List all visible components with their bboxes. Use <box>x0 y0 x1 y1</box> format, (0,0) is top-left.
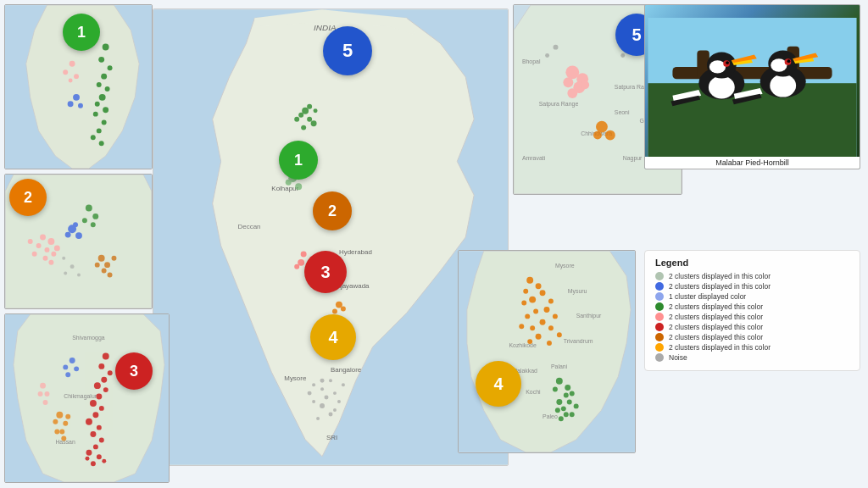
svg-point-55 <box>97 128 102 133</box>
svg-point-48 <box>97 82 102 87</box>
svg-point-188 <box>564 393 569 398</box>
svg-point-96 <box>73 222 78 227</box>
svg-point-109 <box>95 263 100 268</box>
svg-point-63 <box>68 101 74 107</box>
svg-point-64 <box>78 103 83 108</box>
svg-point-13 <box>333 408 337 412</box>
svg-point-185 <box>556 378 563 385</box>
legend-text-3: 2 clusters displayed this color <box>669 302 763 311</box>
svg-point-106 <box>48 260 53 265</box>
legend-item-4: 2 clusters displayed this color <box>655 313 849 321</box>
svg-point-37 <box>332 309 337 314</box>
svg-point-32 <box>298 259 304 266</box>
legend-color-0 <box>655 272 664 280</box>
svg-point-44 <box>103 44 109 51</box>
svg-point-77 <box>563 77 573 87</box>
bird-label: Malabar Pied-Hornbill <box>645 157 860 169</box>
svg-point-34 <box>294 264 299 269</box>
svg-point-17 <box>320 387 324 391</box>
legend-item-1: 2 clusters displayed in this color <box>655 282 849 291</box>
svg-point-24 <box>302 108 309 114</box>
svg-text:Kozhikode: Kozhikode <box>509 342 536 348</box>
svg-point-23 <box>329 379 332 382</box>
svg-point-175 <box>553 313 558 319</box>
svg-point-81 <box>596 121 608 133</box>
svg-text:Amravati: Amravati <box>522 155 546 161</box>
svg-point-129 <box>99 406 104 411</box>
legend-color-5 <box>655 323 664 331</box>
svg-point-92 <box>91 222 96 227</box>
svg-point-134 <box>99 438 104 443</box>
svg-point-112 <box>112 256 117 261</box>
svg-text:Hyderabad: Hyderabad <box>339 248 372 256</box>
svg-point-62 <box>73 94 80 101</box>
svg-point-195 <box>559 416 564 421</box>
svg-point-186 <box>565 385 570 391</box>
cluster-2-submap: 2 <box>9 179 47 216</box>
bird-image: Malabar Pied-Hornbill <box>644 4 860 169</box>
svg-point-153 <box>45 391 50 396</box>
svg-point-108 <box>104 262 110 268</box>
svg-point-166 <box>526 277 533 284</box>
svg-text:Santhipur: Santhipur <box>576 313 602 319</box>
svg-point-29 <box>307 104 312 109</box>
svg-point-136 <box>86 450 92 456</box>
svg-point-30 <box>301 125 306 130</box>
svg-point-110 <box>102 269 107 274</box>
svg-point-180 <box>519 324 524 329</box>
svg-point-155 <box>43 400 48 405</box>
legend-item-6: 2 clusters displayed this color <box>655 333 849 341</box>
svg-point-184 <box>547 341 552 346</box>
svg-point-98 <box>54 245 60 251</box>
svg-point-95 <box>65 232 71 238</box>
legend-item-3: 2 clusters displayed this color <box>655 302 849 311</box>
svg-point-26 <box>298 113 303 118</box>
svg-point-130 <box>92 412 98 418</box>
svg-point-173 <box>544 307 550 313</box>
svg-point-25 <box>307 117 312 122</box>
svg-point-151 <box>61 436 66 441</box>
svg-point-79 <box>567 88 577 98</box>
svg-point-90 <box>92 214 98 219</box>
svg-point-35 <box>301 251 307 257</box>
svg-point-152 <box>40 383 46 389</box>
svg-point-139 <box>102 459 106 463</box>
svg-point-38 <box>341 307 346 312</box>
svg-point-217 <box>787 59 791 63</box>
sub-map-mid-left: 2 <box>4 174 153 309</box>
svg-text:Deccan: Deccan <box>238 223 261 230</box>
svg-point-176 <box>525 313 530 319</box>
legend-text-2: 1 cluster displayed color <box>669 292 746 301</box>
bird-svg <box>645 18 860 157</box>
sub-map-top-left: 1 <box>4 4 153 169</box>
legend-text-7: 2 clusters displayed in this color <box>669 343 771 352</box>
svg-point-144 <box>65 372 70 377</box>
svg-point-16 <box>337 400 341 403</box>
svg-point-45 <box>98 57 104 63</box>
legend-text-1: 2 clusters displayed in this color <box>669 282 771 291</box>
svg-text:Bangalore: Bangalore <box>331 366 362 374</box>
svg-point-121 <box>103 353 109 360</box>
cluster-3-main: 3 <box>304 251 347 293</box>
svg-point-89 <box>86 205 92 212</box>
svg-point-137 <box>97 454 102 459</box>
svg-point-169 <box>540 290 546 296</box>
svg-point-10 <box>320 403 325 408</box>
svg-point-115 <box>77 274 81 277</box>
svg-point-31 <box>314 108 318 113</box>
svg-point-100 <box>40 235 46 241</box>
svg-point-174 <box>533 308 538 313</box>
svg-text:Mysuru: Mysuru <box>568 288 587 295</box>
svg-text:Trivandrum: Trivandrum <box>564 338 593 344</box>
svg-point-179 <box>548 325 554 330</box>
svg-point-122 <box>98 363 104 369</box>
svg-point-14 <box>325 396 329 400</box>
legend-text-0: 2 clusters displayed in this color <box>669 272 771 280</box>
india-map-svg: INDIA Deccan Hyderabad Vijayawada Bengal… <box>153 9 508 465</box>
svg-point-150 <box>54 430 59 435</box>
svg-text:Palani: Palani <box>551 363 568 369</box>
svg-point-102 <box>36 243 42 248</box>
svg-point-36 <box>336 302 342 308</box>
svg-point-133 <box>90 431 96 437</box>
svg-point-215 <box>771 58 787 71</box>
